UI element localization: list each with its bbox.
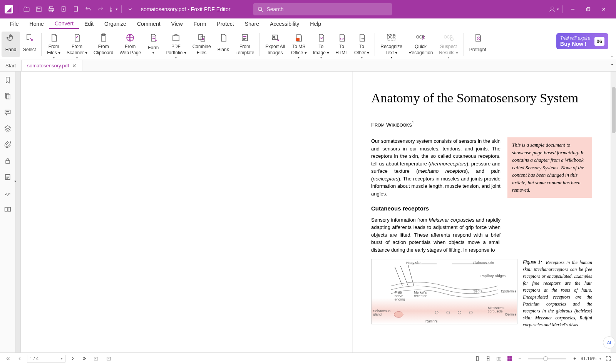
menu-protect[interactable]: Protect bbox=[211, 19, 239, 28]
compare-panel-icon[interactable] bbox=[3, 205, 12, 214]
svg-rect-1 bbox=[50, 7, 53, 8]
to-image-button[interactable]: ToImage ▾ ▾ bbox=[310, 32, 333, 61]
combine-files-button[interactable]: CombineFiles bbox=[189, 32, 214, 57]
continuous-facing-view-button[interactable] bbox=[506, 355, 514, 362]
fields-panel-icon[interactable] bbox=[3, 172, 12, 182]
trial-days-left: 06 bbox=[594, 37, 604, 46]
page-input[interactable]: 1 / 4▾ bbox=[27, 355, 65, 362]
fullscreen-button[interactable] bbox=[604, 355, 612, 362]
menu-share[interactable]: Share bbox=[239, 19, 264, 28]
svg-rect-61 bbox=[510, 359, 512, 361]
to-other-button[interactable]: ToOther ▾ ▾ bbox=[351, 32, 372, 61]
zoom-slider[interactable] bbox=[528, 358, 566, 359]
to-html-button[interactable]: ToHTML bbox=[332, 32, 351, 57]
first-page-button[interactable] bbox=[4, 355, 12, 362]
attachments-panel-icon[interactable] bbox=[3, 140, 12, 149]
preflight-button[interactable]: APreflight bbox=[466, 32, 489, 57]
zoom-out-button[interactable]: − bbox=[517, 355, 522, 362]
form-button[interactable]: Form ▾ bbox=[144, 32, 162, 57]
menu-edit[interactable]: Edit bbox=[79, 19, 99, 28]
svg-rect-56 bbox=[497, 357, 499, 360]
tab-document[interactable]: somatosensory.pdf✕ bbox=[22, 60, 82, 71]
svg-rect-15 bbox=[199, 35, 203, 40]
facing-view-button[interactable] bbox=[495, 355, 503, 362]
from-clipboard-button[interactable]: FromClipboard bbox=[90, 32, 116, 57]
svg-rect-40 bbox=[8, 207, 10, 211]
to-other-icon bbox=[357, 32, 367, 43]
qat-dropdown-icon[interactable] bbox=[124, 3, 136, 15]
signatures-panel-icon[interactable] bbox=[3, 189, 12, 198]
recognize-text-button[interactable]: OCRRecognizeText ▾ ▾ bbox=[377, 32, 405, 61]
ai-assistant-icon[interactable]: AI bbox=[603, 336, 615, 349]
menu-organize[interactable]: Organize bbox=[99, 19, 132, 28]
vertical-scrollbar[interactable] bbox=[611, 72, 616, 352]
expand-rail-icon[interactable] bbox=[13, 179, 17, 183]
from-files-button[interactable]: FromFiles ▾ ▾ bbox=[44, 32, 64, 61]
next-view-button[interactable] bbox=[104, 355, 113, 362]
prev-page-button[interactable] bbox=[15, 355, 24, 362]
quick-recognition-button[interactable]: OCRQuickRecognition bbox=[405, 32, 436, 57]
open-icon[interactable] bbox=[20, 3, 33, 15]
security-panel-icon[interactable] bbox=[3, 156, 12, 165]
prev-view-button[interactable] bbox=[92, 355, 101, 362]
collapse-ribbon-icon[interactable] bbox=[610, 54, 614, 59]
last-page-button[interactable] bbox=[80, 355, 89, 362]
layers-panel-icon[interactable] bbox=[3, 124, 12, 133]
search-box[interactable] bbox=[253, 3, 392, 15]
menu-view[interactable]: View bbox=[166, 19, 188, 28]
undo-icon[interactable] bbox=[82, 3, 94, 15]
svg-line-43 bbox=[408, 265, 414, 286]
single-page-view-button[interactable] bbox=[474, 355, 481, 362]
close-tab-icon[interactable]: ✕ bbox=[72, 63, 77, 69]
bookmarks-icon[interactable] bbox=[3, 75, 12, 85]
export-all-images-button[interactable]: Export AllImages bbox=[262, 32, 288, 57]
menu-accessibility[interactable]: Accessibility bbox=[264, 19, 305, 28]
menu-form[interactable]: Form bbox=[188, 19, 212, 28]
menu-comment[interactable]: Comment bbox=[132, 19, 166, 28]
combine-icon bbox=[196, 32, 207, 43]
print-icon[interactable] bbox=[45, 3, 57, 15]
maximize-button[interactable] bbox=[581, 3, 596, 15]
menu-file[interactable]: File bbox=[5, 19, 24, 28]
svg-text:A: A bbox=[478, 37, 480, 40]
search-input[interactable] bbox=[266, 6, 388, 12]
tab-overflow-icon[interactable] bbox=[610, 62, 614, 67]
user-icon[interactable]: ▼ bbox=[548, 3, 560, 15]
hand-tool-button[interactable]: Hand bbox=[2, 32, 20, 57]
blank-button[interactable]: Blank bbox=[214, 32, 233, 57]
zoom-in-button[interactable]: + bbox=[572, 355, 578, 362]
close-button[interactable] bbox=[596, 3, 611, 15]
trial-badge[interactable]: Trial will expire Buy Now ! 06 bbox=[556, 33, 608, 49]
minimize-button[interactable] bbox=[565, 3, 581, 15]
file-icon bbox=[49, 32, 59, 43]
svg-point-46 bbox=[435, 311, 438, 314]
from-template-button[interactable]: FromTemplate bbox=[233, 32, 258, 57]
redo-icon[interactable] bbox=[94, 3, 107, 15]
menu-convert[interactable]: Convert bbox=[49, 19, 79, 29]
zoom-level[interactable]: 91.16% bbox=[581, 356, 596, 361]
tab-start[interactable]: Start bbox=[0, 60, 22, 71]
select-tool-button[interactable]: Select bbox=[20, 32, 39, 57]
save-icon[interactable] bbox=[33, 3, 45, 15]
tool-dropdown-icon[interactable]: ▼ bbox=[107, 3, 119, 15]
zoom-slider-knob[interactable] bbox=[543, 356, 548, 361]
from-scanner-button[interactable]: FromScanner ▾ ▾ bbox=[64, 32, 90, 61]
menu-help[interactable]: Help bbox=[305, 19, 326, 28]
pages-panel-icon[interactable] bbox=[3, 92, 12, 101]
doc-add-icon[interactable] bbox=[70, 3, 82, 15]
comments-panel-icon[interactable] bbox=[3, 108, 12, 117]
continuous-view-button[interactable] bbox=[484, 355, 492, 362]
from-webpage-button[interactable]: FromWeb Page bbox=[116, 32, 144, 57]
template-icon bbox=[239, 32, 250, 43]
next-page-button[interactable] bbox=[69, 355, 77, 362]
svg-point-24 bbox=[363, 39, 363, 39]
to-ms-office-button[interactable]: To MSOffice ▾ ▾ bbox=[288, 32, 310, 61]
scrollbar-thumb[interactable] bbox=[612, 87, 616, 133]
doc-down-icon[interactable] bbox=[57, 3, 70, 15]
nav-gutter bbox=[15, 72, 21, 352]
pdf-portfolio-button[interactable]: PDFPortfolio ▾ ▾ bbox=[162, 32, 189, 61]
document-viewport[interactable]: Anatomy of the Somatosensory System From… bbox=[21, 72, 611, 352]
menu-home[interactable]: Home bbox=[24, 19, 49, 28]
svg-point-50 bbox=[394, 311, 403, 317]
svg-point-34 bbox=[6, 112, 7, 112]
